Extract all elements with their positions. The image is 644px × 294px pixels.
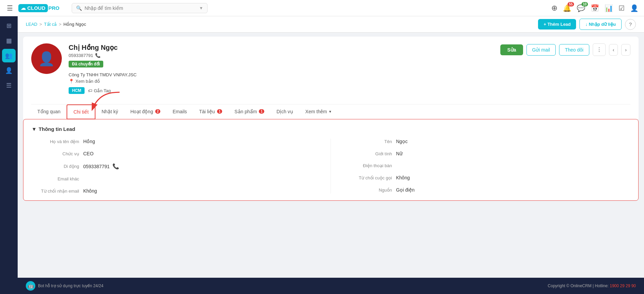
tab-tong-quan[interactable]: Tổng quan — [31, 104, 67, 119]
value-di-dong: 0593387791 📞 — [83, 163, 119, 170]
form-col-right: Tên Ngọc Giới tính Nữ Điện thoại bàn — [331, 139, 630, 194]
logo: ☁ CLOUD PRO — [18, 4, 59, 12]
import-button[interactable]: ↓ Nhập dữ liệu — [579, 19, 622, 30]
label-tu-choi-nhan-email: Từ chối nhận email — [32, 189, 79, 194]
tab-xem-them[interactable]: Xem thêm ▾ — [299, 104, 337, 119]
tab-san-pham[interactable]: Sản phẩm 1 — [228, 104, 270, 119]
red-arrow — [89, 91, 130, 118]
main-content: ▼ Thông tin Lead Họ và tên đệm Hồng Chức… — [18, 119, 644, 278]
breadcrumb-all[interactable]: Tất cả — [44, 22, 57, 27]
value-tu-choi-cuoc-goi: Không — [396, 175, 410, 180]
tai-lieu-badge: 1 — [217, 109, 222, 114]
add-button[interactable]: ⊕ — [551, 4, 557, 13]
footer-bot-text: Bot hỗ trợ sử dụng trực tuyến 24/24 — [38, 283, 103, 288]
top-navigation: ☰ ☁ CLOUD PRO 🔍 ▼ ⊕ 🔔 55 💬 10 📅 📊 ☑ — [0, 0, 644, 16]
lead-info-card: ▼ Thông tin Lead Họ và tên đệm Hồng Chức… — [23, 119, 639, 201]
profile-button[interactable]: 👤 — [630, 4, 639, 12]
list-icon: ☰ — [6, 82, 12, 89]
chevron-down-icon[interactable]: ▼ — [199, 6, 203, 11]
value-nguon: Gọi điện — [396, 187, 415, 193]
section-title: ▼ Thông tin Lead — [32, 126, 630, 132]
search-bar[interactable]: 🔍 ▼ — [72, 3, 208, 13]
breadcrumb: LEAD > Tất cả > Hồng Ngọc — [26, 22, 86, 27]
label-ho-ten-dem: Họ và tên đệm — [32, 139, 79, 144]
tab-dich-vu[interactable]: Dịch vụ — [270, 104, 299, 119]
form-row-gioi-tinh: Giới tính Nữ — [344, 151, 630, 156]
profile-info: Chị Hồng Ngọc 0593387791 📞 Đã chuyển đổi… — [69, 43, 494, 94]
label-dien-thoai-ban: Điện thoại bàn — [344, 163, 392, 168]
form-row-chuc-vu: Chức vụ CEO — [32, 151, 317, 156]
more-options-button[interactable]: ⋮ — [593, 43, 606, 56]
footer-bot-area: 🤖 Bot hỗ trợ sử dụng trực tuyến 24/24 — [26, 281, 103, 291]
avatar: 👤 — [31, 43, 62, 74]
chart-button[interactable]: 📊 — [605, 4, 613, 12]
search-icon: 🔍 — [76, 5, 82, 11]
label-gioi-tinh: Giới tính — [344, 151, 392, 156]
sidebar-item-list[interactable]: ☰ — [2, 79, 16, 92]
form-row-tu-choi-nhan-email: Từ chối nhận email Không — [32, 188, 317, 194]
form-col-left: Họ và tên đệm Hồng Chức vụ CEO Di động 0… — [32, 139, 331, 194]
profile-map[interactable]: 📍 Xem bản đồ — [69, 79, 494, 84]
tasks-button[interactable]: ☑ — [619, 4, 625, 12]
edit-button[interactable]: Sửa — [500, 44, 523, 55]
help-button[interactable]: ? — [625, 19, 636, 30]
breadcrumb-actions: + Thêm Lead ↓ Nhập dữ liệu ? — [538, 19, 636, 30]
call-icon[interactable]: 📞 — [112, 163, 119, 170]
breadcrumb-sep2: > — [59, 22, 61, 27]
label-chuc-vu: Chức vụ — [32, 151, 79, 156]
main-layout: ⊞ ▦ 👥 👤 ☰ LEAD > Tất cả > Hồng Ngọc + T — [0, 16, 644, 294]
footer-copyright: Copyright © OnlineCRM | Hotline: 1900 29… — [548, 283, 636, 288]
profile-actions: Sửa Gửi mail Theo dõi ⋮ ‹ › — [500, 43, 630, 56]
form-row-email-khac: Email khác — [32, 176, 317, 181]
person-icon: 👤 — [5, 67, 13, 74]
profile-phone: 0593387791 📞 — [69, 53, 494, 58]
sidebar-item-home[interactable]: ⊞ — [2, 19, 16, 33]
breadcrumb-current: Hồng Ngọc — [64, 22, 86, 27]
sidebar: ⊞ ▦ 👥 👤 ☰ — [0, 16, 18, 294]
hamburger-button[interactable]: ☰ — [5, 3, 14, 14]
tab-hoat-dong[interactable]: Hoạt động 2 — [124, 104, 167, 119]
form-row-ten: Tên Ngọc — [344, 139, 630, 144]
tab-tai-lieu[interactable]: Tài liệu 1 — [193, 104, 228, 119]
home-icon: ⊞ — [6, 22, 12, 30]
label-email-khac: Email khác — [32, 176, 79, 181]
hoat-dong-badge: 2 — [155, 109, 161, 114]
message-badge: 10 — [582, 2, 588, 6]
chevron-down-icon: ▾ — [329, 109, 331, 114]
collapse-icon[interactable]: ▼ — [32, 126, 37, 132]
label-nguon: Nguồn — [344, 188, 392, 193]
label-di-dong: Di động — [32, 164, 79, 169]
tab-emails[interactable]: Emails — [166, 104, 193, 119]
value-ten: Ngọc — [396, 139, 408, 144]
form-row-ho-ten-dem: Họ và tên đệm Hồng — [32, 139, 317, 144]
add-lead-button[interactable]: + Thêm Lead — [538, 19, 576, 30]
notifications-button[interactable]: 🔔 55 — [563, 4, 571, 12]
content-area: LEAD > Tất cả > Hồng Ngọc + Thêm Lead ↓ … — [18, 16, 644, 294]
send-mail-button[interactable]: Gửi mail — [526, 44, 556, 56]
search-input[interactable] — [85, 5, 196, 11]
follow-button[interactable]: Theo dõi — [559, 44, 589, 56]
prev-button[interactable]: ‹ — [609, 44, 618, 56]
profile-section: 👤 Chị Hồng Ngọc 0593387791 📞 Đã chuyển đ… — [31, 43, 630, 94]
grid-icon: ▦ — [6, 37, 12, 44]
value-ho-ten-dem: Hồng — [83, 139, 95, 144]
messages-button[interactable]: 💬 10 — [577, 4, 585, 12]
arrow-annotation — [31, 94, 630, 104]
san-pham-badge: 1 — [259, 109, 264, 114]
breadcrumb-lead[interactable]: LEAD — [26, 22, 37, 27]
footer-hotline[interactable]: 1900 29 29 90 — [610, 283, 636, 288]
breadcrumb-sep1: > — [39, 22, 42, 27]
sidebar-item-person[interactable]: 👤 — [2, 64, 16, 77]
calendar-button[interactable]: 📅 — [591, 4, 599, 12]
form-row-di-dong: Di động 0593387791 📞 — [32, 163, 317, 170]
sidebar-item-users[interactable]: 👥 — [2, 49, 16, 62]
profile-company: Công Ty TNHH TMDV VNPAY.JSC — [69, 72, 494, 77]
sidebar-item-grid[interactable]: ▦ — [2, 34, 16, 47]
form-grid: Họ và tên đệm Hồng Chức vụ CEO Di động 0… — [32, 139, 630, 194]
breadcrumb-bar: LEAD > Tất cả > Hồng Ngọc + Thêm Lead ↓ … — [18, 16, 644, 33]
users-icon: 👥 — [5, 52, 13, 59]
notification-badge: 55 — [568, 2, 574, 6]
value-tu-choi-nhan-email: Không — [83, 188, 97, 194]
avatar-icon: 👤 — [38, 51, 55, 67]
next-button[interactable]: › — [621, 44, 630, 56]
